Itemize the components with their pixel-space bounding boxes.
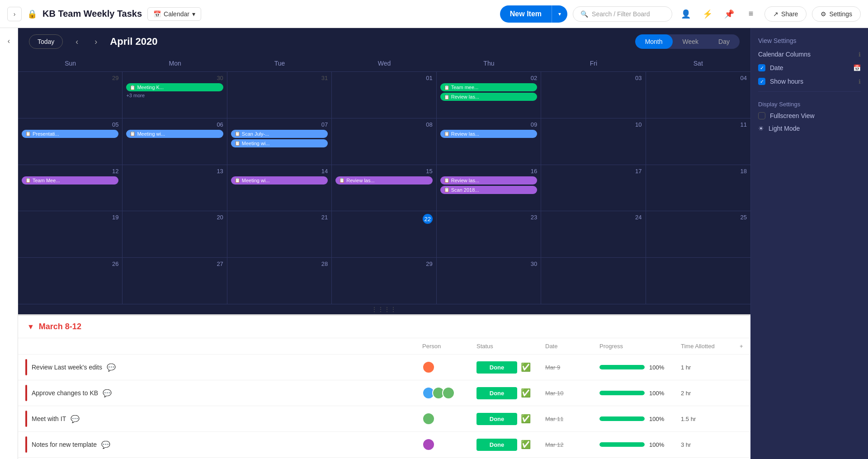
section-resize-handle[interactable]: ⋮⋮⋮⋮ bbox=[18, 304, 750, 314]
calendar-cell[interactable]: 14📋Meeting wi... bbox=[227, 165, 332, 211]
progress-bar-bg bbox=[599, 442, 645, 447]
date-checkbox[interactable]: ✓ bbox=[758, 64, 765, 71]
event-pill[interactable]: 📋Review las... bbox=[335, 176, 432, 185]
cell-date: 10 bbox=[545, 121, 642, 128]
calendar-cell[interactable]: 10 bbox=[541, 118, 646, 165]
calendar-cell[interactable]: 31 bbox=[227, 72, 332, 118]
calendar-cell[interactable]: 04 bbox=[646, 72, 750, 118]
progress-percent: 100% bbox=[649, 390, 664, 397]
calendar-cell[interactable]: 13 bbox=[123, 165, 227, 211]
calendar-cell[interactable]: 20 bbox=[123, 211, 227, 257]
cell-date: 08 bbox=[335, 121, 432, 128]
task-color-bar bbox=[25, 436, 27, 453]
task-time: 1 hr bbox=[681, 364, 691, 371]
share-button[interactable]: ↗ Share bbox=[764, 6, 807, 22]
new-item-label[interactable]: New Item bbox=[500, 5, 552, 23]
settings-button[interactable]: ⚙ Settings bbox=[812, 6, 861, 22]
calendar-cell[interactable]: 17 bbox=[541, 165, 646, 211]
calendar-cell[interactable]: 18 bbox=[646, 165, 750, 211]
task-date-cell: Mar 10 bbox=[538, 380, 592, 406]
filter-icon-button[interactable]: ≡ bbox=[743, 6, 759, 22]
search-input[interactable]: 🔍 Search / Filter Board bbox=[573, 6, 672, 22]
calendar-cell[interactable]: 06📋Meeting wi... bbox=[123, 118, 227, 165]
day-view-button[interactable]: Day bbox=[708, 34, 740, 49]
calendar-section: Today ‹ › April 2020 Month Week Day Sun … bbox=[18, 28, 750, 304]
pin-icon-button[interactable]: 📌 bbox=[721, 6, 737, 22]
today-button[interactable]: Today bbox=[29, 34, 63, 49]
group-collapse-icon[interactable]: ▼ bbox=[27, 323, 34, 331]
cell-date: 24 bbox=[545, 214, 642, 221]
new-item-dropdown-arrow[interactable]: ▾ bbox=[552, 6, 567, 22]
alert-icon-button[interactable]: ⚡ bbox=[699, 6, 716, 22]
event-icon: 📋 bbox=[235, 131, 240, 136]
comment-icon[interactable]: 💬 bbox=[101, 440, 110, 449]
event-pill[interactable]: 📋Meeting wi... bbox=[231, 139, 328, 147]
calendar-cell[interactable]: 12📋Team Mee... bbox=[18, 165, 123, 211]
show-hours-row[interactable]: ✓ Show hours ℹ bbox=[758, 78, 861, 85]
user-icon-button[interactable]: 👤 bbox=[678, 6, 694, 22]
calendar-cell[interactable]: 30📋Meeting K...+3 more bbox=[123, 72, 227, 118]
task-name: Review Last week's edits bbox=[32, 364, 102, 371]
show-hours-checkbox[interactable]: ✓ bbox=[758, 78, 765, 85]
calendar-cell[interactable]: 28 bbox=[227, 258, 332, 304]
calendar-cell[interactable]: 08 bbox=[332, 118, 436, 165]
calendar-view-button[interactable]: 📅 Calendar ▾ bbox=[147, 7, 201, 21]
new-item-button[interactable]: New Item ▾ bbox=[500, 5, 567, 23]
calendar-columns-info-icon[interactable]: ℹ bbox=[859, 51, 861, 58]
calendar-cell[interactable]: 24 bbox=[541, 211, 646, 257]
calendar-cell[interactable]: 03 bbox=[541, 72, 646, 118]
task-time-cell: 1 hr bbox=[674, 355, 732, 380]
task-time: 2 hr bbox=[681, 390, 691, 397]
comment-icon[interactable]: 💬 bbox=[71, 415, 80, 423]
week-view-button[interactable]: Week bbox=[673, 34, 709, 49]
calendar-cell[interactable]: 26 bbox=[18, 258, 123, 304]
event-pill[interactable]: 📋Meeting K... bbox=[126, 83, 223, 91]
light-mode-toggle[interactable]: ☀ Light Mode bbox=[758, 125, 861, 132]
calendar-cell[interactable]: 25 bbox=[646, 211, 750, 257]
board-title: KB Team Weekly Tasks bbox=[42, 9, 142, 19]
calendar-cell[interactable] bbox=[646, 258, 750, 304]
comment-icon[interactable]: 💬 bbox=[103, 389, 112, 397]
add-column-button[interactable]: + bbox=[732, 338, 750, 355]
calendar-cell[interactable]: 02📋Team mee...📋Review las... bbox=[437, 72, 541, 118]
event-more[interactable]: +3 more bbox=[126, 93, 223, 98]
calendar-cell[interactable]: 11 bbox=[646, 118, 750, 165]
fullscreen-toggle[interactable]: Fullscreen View bbox=[758, 112, 861, 119]
col-header-name bbox=[18, 338, 415, 355]
calendar-cell[interactable]: 01 bbox=[332, 72, 436, 118]
sidebar-toggle-button[interactable]: ‹ bbox=[0, 28, 18, 459]
calendar-cell[interactable]: 27 bbox=[123, 258, 227, 304]
calendar-cell[interactable] bbox=[541, 258, 646, 304]
event-pill[interactable]: 📋Presentati... bbox=[22, 130, 118, 138]
event-pill[interactable]: 📋Review las... bbox=[440, 130, 537, 138]
calendar-cell[interactable]: 15📋Review las... bbox=[332, 165, 436, 211]
calendar-cell[interactable]: 29 bbox=[18, 72, 123, 118]
show-hours-info-icon[interactable]: ℹ bbox=[859, 78, 861, 85]
cell-date: 25 bbox=[650, 214, 747, 221]
calendar-cell[interactable]: 29 bbox=[332, 258, 436, 304]
collapse-sidebar-button[interactable]: › bbox=[7, 7, 22, 21]
fullscreen-checkbox[interactable] bbox=[758, 112, 765, 119]
event-pill[interactable]: 📋Scan July-... bbox=[231, 130, 328, 138]
calendar-cell[interactable]: 23 bbox=[437, 211, 541, 257]
calendar-cell[interactable]: 30 bbox=[437, 258, 541, 304]
calendar-cell[interactable]: 19 bbox=[18, 211, 123, 257]
prev-month-button[interactable]: ‹ bbox=[72, 35, 82, 48]
event-pill[interactable]: 📋Review las... bbox=[440, 176, 537, 185]
event-pill[interactable]: 📋Scan 2018... bbox=[440, 186, 537, 194]
event-pill[interactable]: 📋Meeting wi... bbox=[126, 130, 223, 138]
calendar-cell[interactable]: 22 bbox=[332, 211, 436, 257]
event-pill[interactable]: 📋Team Mee... bbox=[22, 176, 118, 185]
next-month-button[interactable]: › bbox=[91, 35, 101, 48]
comment-icon[interactable]: 💬 bbox=[107, 363, 116, 372]
month-view-button[interactable]: Month bbox=[635, 34, 673, 49]
calendar-cell[interactable]: 05📋Presentati... bbox=[18, 118, 123, 165]
event-pill[interactable]: 📋Review las... bbox=[440, 93, 537, 101]
calendar-cell[interactable]: 09📋Review las... bbox=[437, 118, 541, 165]
calendar-cell[interactable]: 21 bbox=[227, 211, 332, 257]
event-pill[interactable]: 📋Team mee... bbox=[440, 83, 537, 91]
date-toggle-row[interactable]: ✓ Date 📅 bbox=[758, 64, 861, 71]
calendar-cell[interactable]: 07📋Scan July-...📋Meeting wi... bbox=[227, 118, 332, 165]
event-pill[interactable]: 📋Meeting wi... bbox=[231, 176, 328, 185]
calendar-cell[interactable]: 16📋Review las...📋Scan 2018... bbox=[437, 165, 541, 211]
